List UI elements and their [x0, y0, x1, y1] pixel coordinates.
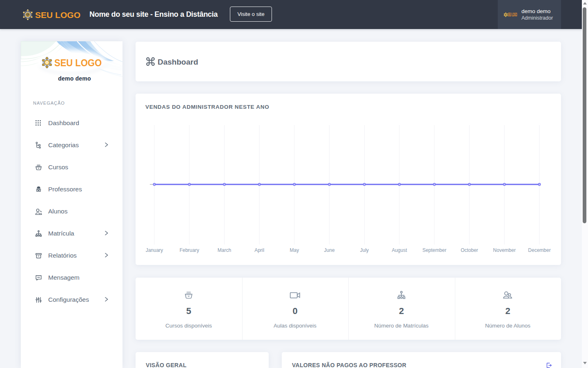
svg-text:October: October — [461, 247, 478, 253]
svg-text:July: July — [360, 247, 369, 253]
svg-text:March: March — [218, 247, 231, 253]
svg-text:May: May — [290, 247, 299, 253]
svg-text:December: December — [528, 247, 550, 253]
svg-text:November: November — [493, 247, 516, 253]
svg-text:SEU LOGO: SEU LOGO — [508, 12, 517, 18]
svg-text:SEU LOGO: SEU LOGO — [35, 10, 80, 20]
svg-text:February: February — [180, 247, 199, 253]
svg-text:April: April — [254, 247, 264, 253]
svg-text:September: September — [422, 247, 446, 253]
svg-text:August: August — [392, 247, 407, 253]
svg-text:June: June — [324, 247, 335, 253]
svg-text:SEU LOGO: SEU LOGO — [54, 58, 102, 68]
svg-text:January: January — [146, 247, 163, 253]
